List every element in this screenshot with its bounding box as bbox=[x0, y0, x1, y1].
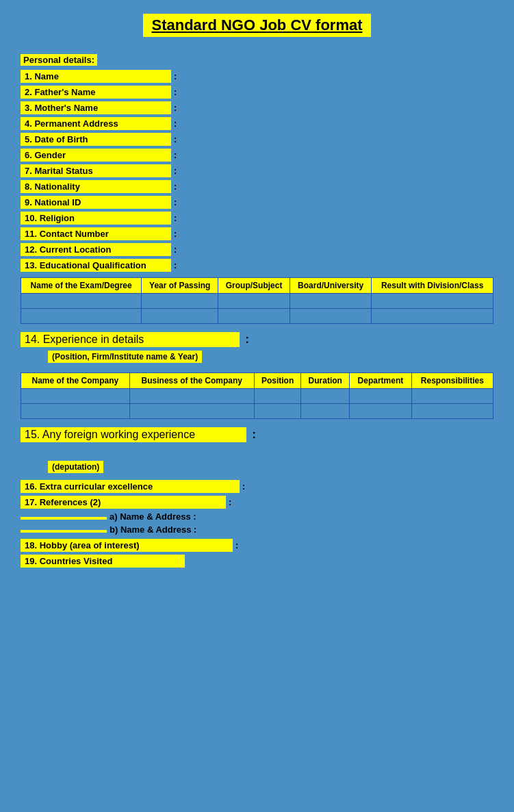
field-religion: 10. Religion : bbox=[21, 212, 493, 225]
field-marital-status: 7. Marital Status : bbox=[21, 164, 493, 177]
ref-a-row: a) Name & Address : bbox=[21, 511, 493, 522]
edu-col-group: Group/Subject bbox=[218, 278, 290, 294]
hobby-row: 18. Hobby (area of interest) : bbox=[21, 539, 493, 552]
table-row bbox=[21, 294, 493, 309]
edu-table: Name of the Exam/Degree Year of Passing … bbox=[21, 277, 493, 324]
ref-b-row: b) Name & Address : bbox=[21, 524, 493, 535]
experience-row: 14. Experience in details : bbox=[21, 332, 493, 347]
field-permanent-address: 4. Permanent Address : bbox=[21, 117, 493, 130]
exp-col-department: Department bbox=[350, 373, 412, 389]
table-row bbox=[21, 404, 493, 419]
page-title: Standard NGO Job CV format bbox=[143, 14, 370, 37]
exp-col-company: Name of the Company bbox=[21, 373, 130, 389]
field-current-location: 12. Current Location : bbox=[21, 243, 493, 256]
exp-table: Name of the Company Business of the Comp… bbox=[21, 372, 493, 419]
field-national-id: 9. National ID : bbox=[21, 196, 493, 209]
field-date-of-birth: 5. Date of Birth : bbox=[21, 133, 493, 146]
personal-section-label: Personal details: bbox=[21, 53, 493, 70]
extra-curricular-row: 16. Extra curricular excellence : bbox=[21, 480, 493, 493]
exp-col-duration: Duration bbox=[301, 373, 350, 389]
references-row: 17. References (2) : bbox=[21, 496, 493, 509]
exp-col-responsibilities: Responsibilities bbox=[411, 373, 493, 389]
field-contact-number: 11. Contact Number : bbox=[21, 227, 493, 240]
edu-col-board: Board/University bbox=[290, 278, 371, 294]
table-row bbox=[21, 389, 493, 404]
field-father-name: 2. Father's Name : bbox=[21, 86, 493, 99]
edu-col-result: Result with Division/Class bbox=[372, 278, 493, 294]
countries-row: 19. Countries Visited bbox=[21, 555, 493, 568]
field-educational-qualification: 13. Educational Qualification : bbox=[21, 259, 493, 272]
foreign-row: 15. Any foreign working experience : bbox=[21, 427, 493, 442]
exp-col-business: Business of the Company bbox=[129, 373, 254, 389]
edu-col-year: Year of Passing bbox=[142, 278, 218, 294]
foreign-note: (deputation) bbox=[21, 460, 493, 476]
experience-note: (Position, Firm/Institute name & Year) bbox=[21, 350, 493, 367]
field-gender: 6. Gender : bbox=[21, 149, 493, 162]
field-nationality: 8. Nationality : bbox=[21, 180, 493, 193]
field-name: 1. Name : bbox=[21, 70, 493, 83]
table-row bbox=[21, 309, 493, 324]
field-mother-name: 3. Mother's Name : bbox=[21, 101, 493, 114]
edu-col-exam: Name of the Exam/Degree bbox=[21, 278, 142, 294]
exp-col-position: Position bbox=[254, 373, 301, 389]
